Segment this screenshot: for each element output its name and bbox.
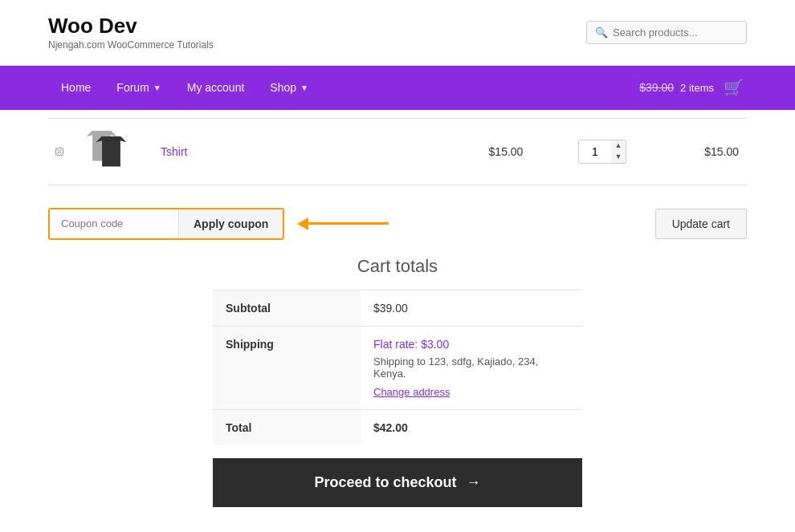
tshirt-image (87, 128, 131, 173)
product-total: $15.00 (650, 145, 747, 158)
remove-item-button[interactable]: ⦻ (48, 143, 72, 160)
cart-totals-section: Cart totals Subtotal $39.00 Shipping Fla… (213, 256, 582, 445)
quantity-input[interactable] (579, 142, 611, 161)
product-quantity: ▲ ▼ (562, 140, 642, 164)
cart-count: 2 items (680, 82, 714, 94)
nav-myaccount[interactable]: My account (174, 66, 258, 110)
coupon-section: Apply coupon Update cart (48, 208, 747, 240)
search-icon: 🔍 (595, 26, 608, 39)
shipping-cell: Flat rate: $3.00 Shipping to 123, sdfg, … (361, 326, 582, 409)
product-name[interactable]: Tshirt (145, 145, 450, 158)
site-subtitle: Njengah.com WooCommerce Tutorials (48, 39, 214, 51)
change-address-link[interactable]: Change address (373, 386, 569, 398)
coupon-input[interactable] (50, 209, 178, 238)
quantity-down-button[interactable]: ▼ (611, 152, 626, 163)
nav-forum[interactable]: Forum ▼ (104, 66, 173, 110)
chevron-down-icon: ▼ (153, 83, 161, 92)
product-price: $15.00 (458, 145, 554, 158)
update-cart-button[interactable]: Update cart (655, 209, 747, 239)
quantity-up-button[interactable]: ▲ (611, 140, 626, 152)
site-header: Woo Dev Njengah.com WooCommerce Tutorial… (0, 0, 795, 66)
total-row: Total $42.00 (213, 409, 582, 445)
cart-amount: $39.00 (639, 81, 674, 94)
checkout-arrow-icon: → (467, 474, 481, 491)
nav-shop[interactable]: Shop ▼ (257, 66, 321, 110)
shipping-row: Shipping Flat rate: $3.00 Shipping to 12… (213, 326, 582, 409)
site-title: Woo Dev (48, 14, 214, 38)
total-label: Total (213, 409, 361, 445)
nav-left: Home Forum ▼ My account Shop ▼ (48, 66, 321, 110)
subtotal-row: Subtotal $39.00 (213, 290, 582, 326)
arrow-line (308, 222, 389, 225)
subtotal-label: Subtotal (213, 290, 361, 326)
main-content: ⦻ Tshirt $15.00 ▲ ▼ $15.00 (0, 110, 795, 532)
subtotal-value: $39.00 (361, 290, 582, 326)
search-input[interactable] (613, 26, 738, 39)
total-value: $42.00 (361, 409, 582, 445)
checkout-button-label: Proceed to checkout (314, 474, 456, 491)
product-image (80, 128, 137, 175)
shipping-rate: Flat rate: $3.00 (373, 338, 449, 351)
site-nav: Home Forum ▼ My account Shop ▼ $39.00 2 … (0, 66, 795, 110)
apply-coupon-button[interactable]: Apply coupon (178, 209, 283, 238)
cart-icon[interactable]: 🛒 (720, 75, 747, 100)
nav-home[interactable]: Home (48, 66, 104, 110)
search-bar[interactable]: 🔍 (586, 21, 747, 44)
checkout-button[interactable]: Proceed to checkout → (213, 458, 582, 507)
coupon-wrapper: Apply coupon (48, 208, 284, 240)
totals-table: Subtotal $39.00 Shipping Flat rate: $3.0… (213, 290, 582, 445)
shipping-address: Shipping to 123, sdfg, Kajiado, 234, Ken… (373, 355, 569, 380)
quantity-stepper[interactable]: ▲ ▼ (578, 140, 626, 164)
site-branding: Woo Dev Njengah.com WooCommerce Tutorial… (48, 14, 214, 51)
nav-cart: $39.00 2 items 🛒 (639, 75, 747, 100)
checkout-btn-wrap: Proceed to checkout → (213, 458, 582, 507)
shipping-label: Shipping (213, 326, 361, 409)
chevron-down-icon-shop: ▼ (300, 83, 308, 92)
coupon-left: Apply coupon (48, 208, 389, 240)
arrow-annotation (297, 217, 389, 230)
cart-row: ⦻ Tshirt $15.00 ▲ ▼ $15.00 (48, 118, 747, 185)
cart-totals-title: Cart totals (213, 256, 582, 277)
arrow-head-icon (297, 217, 308, 230)
